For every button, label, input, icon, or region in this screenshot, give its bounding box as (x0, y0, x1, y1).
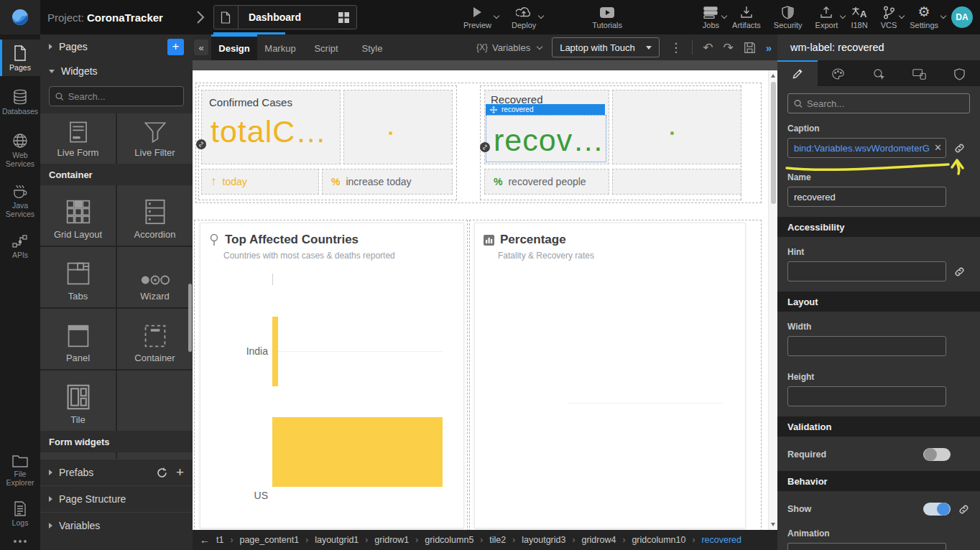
rail-more-button[interactable] (0, 540, 40, 550)
i18n-button[interactable]: A I18N (851, 5, 867, 29)
rail-item-pages[interactable]: Pages (0, 39, 40, 76)
confirmed-today-cell[interactable]: ↑ today (201, 169, 319, 195)
wavemaker-logo[interactable] (0, 0, 40, 34)
hint-bind-link-icon[interactable] (953, 266, 966, 278)
settings-caret-icon[interactable] (940, 13, 946, 19)
tab-script[interactable]: Script (303, 34, 349, 60)
page-tab-dashboard[interactable]: Dashboard (213, 5, 357, 29)
deploy-caret-icon[interactable] (538, 13, 544, 19)
jobs-caret-icon[interactable] (721, 13, 727, 19)
confirmed-value-binding[interactable]: totalC… (202, 108, 340, 149)
widget-wizard[interactable]: Wizard (117, 247, 193, 307)
bind-link-badge[interactable] (196, 139, 206, 149)
tab-properties[interactable] (777, 60, 818, 86)
confirmed-increase-cell[interactable]: % increase today (322, 169, 453, 195)
preview-button[interactable]: Preview (463, 5, 491, 29)
selected-widget-outline[interactable]: recov… (486, 115, 606, 162)
vcs-button[interactable]: VCS (881, 5, 897, 29)
recovered-empty-cell[interactable] (612, 90, 741, 164)
percentage-card[interactable]: Percentage Fatality & Recovery rates (474, 223, 746, 528)
export-caret-icon[interactable] (840, 13, 846, 19)
widget-tabs[interactable]: Tabs (40, 247, 116, 307)
confirmed-empty-cell[interactable] (343, 90, 453, 164)
jobs-button[interactable]: Jobs (703, 5, 719, 29)
left-panel-scrollbar[interactable] (188, 284, 192, 352)
accessibility-section-header[interactable]: Accessibility (777, 217, 980, 237)
bar-india[interactable] (272, 317, 278, 386)
behavior-section-header[interactable]: Behavior (777, 471, 980, 491)
variables-button[interactable]: {X} Variables (476, 42, 542, 53)
bar-us[interactable] (272, 417, 443, 487)
preview-caret-icon[interactable] (494, 13, 499, 19)
selection-header-recovered[interactable]: recovered (486, 104, 605, 115)
tab-security[interactable] (940, 60, 980, 86)
breadcrumb-item[interactable]: gridcolumn5 (425, 535, 473, 545)
breadcrumb-item[interactable]: layoutgrid3 (522, 535, 565, 545)
variables-section[interactable]: Variables (40, 512, 193, 539)
widget-grid-layout[interactable]: Grid Layout (40, 185, 116, 246)
tab-design[interactable]: Design (211, 34, 257, 60)
expand-right-panel-button[interactable]: » (766, 42, 772, 54)
rail-item-file-explorer[interactable]: File Explorer (0, 448, 40, 491)
tab-styles[interactable] (818, 60, 858, 86)
add-page-button[interactable]: + (167, 39, 184, 55)
breadcrumb-item[interactable]: t1 (216, 535, 223, 545)
name-input[interactable] (787, 187, 946, 207)
clear-binding-button[interactable]: ✕ (934, 142, 942, 153)
widget-tile[interactable]: Tile (40, 370, 116, 431)
pages-section-header[interactable]: Pages + (40, 34, 193, 59)
widget-live-filter[interactable]: Live Filter (117, 113, 193, 164)
recovered-footer-empty-cell[interactable] (612, 169, 741, 195)
widget-live-form[interactable]: Live Form (40, 113, 116, 164)
properties-search-input[interactable] (807, 98, 963, 109)
design-canvas[interactable]: Confirmed Cases totalC… ↑ today % increa… (193, 70, 777, 530)
settings-button[interactable]: ⚙ Settings (910, 5, 938, 29)
vcs-caret-icon[interactable] (899, 13, 905, 19)
layout-section-header[interactable]: Layout (777, 292, 980, 312)
show-bind-link-icon[interactable] (958, 503, 970, 516)
recovered-value-binding[interactable]: recov… (486, 116, 606, 158)
widget-container[interactable]: Container (117, 309, 193, 369)
save-button[interactable] (744, 42, 756, 54)
scroll-up-arrow-icon[interactable] (771, 74, 775, 78)
canvas-scrollbar[interactable] (768, 70, 777, 530)
breadcrumb-item[interactable]: page_content1 (239, 535, 299, 545)
breadcrumb-item[interactable]: gridcolumn10 (632, 535, 685, 545)
security-button[interactable]: Security (774, 5, 803, 29)
validation-section-header[interactable]: Validation (777, 416, 980, 437)
collapse-left-panel-button[interactable]: « (194, 39, 208, 55)
prefabs-section[interactable]: Prefabs + (40, 459, 193, 485)
page-structure-section[interactable]: Page Structure (40, 485, 193, 512)
widget-accordion[interactable]: Accordion (117, 185, 193, 246)
top-affected-countries-card[interactable]: Top Affected Countries Countries with mo… (200, 223, 464, 528)
undo-button[interactable]: ↶ (703, 40, 713, 55)
rail-item-java-services[interactable]: Java Services (0, 178, 40, 223)
caption-input[interactable] (787, 138, 946, 158)
rail-item-apis[interactable]: APIs (0, 228, 40, 264)
export-button[interactable]: Export (815, 5, 838, 29)
widget-search-box[interactable] (49, 86, 184, 106)
tab-style[interactable]: Style (349, 34, 395, 60)
scrollbar-thumb[interactable] (771, 82, 776, 204)
breadcrumb-item[interactable]: tile2 (489, 535, 506, 545)
confirmed-label-cell[interactable]: Confirmed Cases totalC… (201, 90, 341, 164)
user-avatar[interactable]: DA (951, 6, 973, 28)
animation-select[interactable] (787, 543, 946, 550)
width-input[interactable] (787, 336, 946, 356)
widget-panel[interactable]: Panel (40, 309, 116, 369)
tab-devices[interactable] (899, 60, 939, 86)
redo-button[interactable]: ↷ (723, 40, 733, 55)
artifacts-button[interactable]: Artifacts (732, 5, 761, 29)
widgets-section-header[interactable]: Widgets (40, 59, 193, 83)
breadcrumb-item[interactable]: gridrow4 (581, 535, 616, 545)
tab-markup[interactable]: Markup (257, 34, 303, 60)
bind-link-badge[interactable] (480, 142, 490, 152)
scroll-down-arrow-icon[interactable] (771, 523, 775, 526)
breadcrumb-item-active[interactable]: recovered (701, 535, 741, 545)
deploy-button[interactable]: Deploy (512, 5, 536, 29)
tab-events[interactable] (859, 60, 899, 86)
properties-search-box[interactable] (787, 93, 970, 113)
device-selector[interactable]: Laptop with Touch (552, 37, 660, 57)
rail-item-logs[interactable]: Logs (0, 495, 40, 531)
add-prefab-button[interactable]: + (176, 467, 184, 477)
